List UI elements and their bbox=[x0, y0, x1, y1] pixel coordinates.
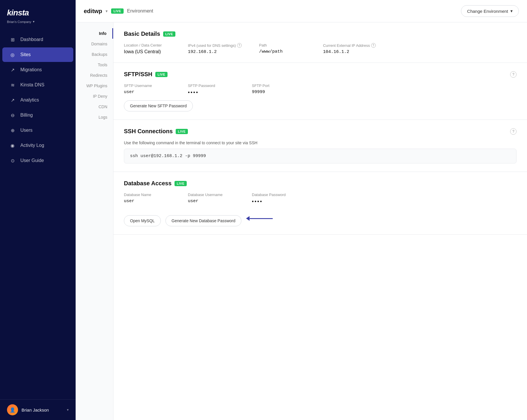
db-username-field: Database Username user bbox=[188, 193, 234, 205]
basic-details-heading: Basic Details bbox=[124, 31, 160, 37]
db-password-value: •••• bbox=[252, 199, 298, 205]
path-field: Path /www/path bbox=[259, 43, 306, 54]
sftp-password-value: •••• bbox=[188, 90, 234, 96]
sidebar-item-billing[interactable]: ⊖ Billing bbox=[2, 108, 73, 122]
migrations-icon: ↗ bbox=[9, 67, 16, 73]
subnav-item-logs[interactable]: Logs bbox=[76, 112, 113, 122]
db-username-label: Database Username bbox=[188, 193, 234, 197]
sftp-password-label: SFTP Password bbox=[188, 83, 234, 88]
sidebar-item-kinsta-dns[interactable]: ≋ Kinsta DNS bbox=[2, 78, 73, 92]
arrow-head-icon bbox=[246, 216, 250, 221]
sidebar-item-sites[interactable]: ◎ Sites bbox=[2, 47, 73, 62]
ssh-connections-title: SSH Connections LIVE ? bbox=[124, 128, 517, 135]
location-value: Iowa (US Central) bbox=[124, 49, 170, 54]
path-value: /www/path bbox=[259, 49, 306, 54]
subnav-item-redirects[interactable]: Redirects bbox=[76, 70, 113, 81]
generate-sftp-password-button[interactable]: Generate New SFTP Password bbox=[124, 100, 193, 111]
sidebar-item-label: Kinsta DNS bbox=[20, 82, 44, 88]
sidebar-item-analytics[interactable]: ↗ Analytics bbox=[2, 93, 73, 107]
ssh-command-box: ssh user@192.168.1.2 -p 99999 bbox=[124, 149, 517, 163]
change-env-label: Change Environment bbox=[467, 9, 508, 14]
db-name-value: user bbox=[124, 199, 170, 204]
ipv4-label: IPv4 (used for DNS settings) ? bbox=[188, 43, 242, 48]
sftp-ssh-heading: SFTP/SSH bbox=[124, 71, 152, 78]
topbar: editwp ▾ LIVE Environment Change Environ… bbox=[76, 0, 527, 22]
user-guide-icon: ⊙ bbox=[9, 157, 16, 164]
sidebar-item-user-guide[interactable]: ⊙ User Guide bbox=[2, 153, 73, 168]
ssh-connections-badge: LIVE bbox=[176, 129, 188, 134]
dashboard-icon: ⊞ bbox=[9, 36, 16, 43]
billing-icon: ⊖ bbox=[9, 112, 16, 118]
sidebar-item-label: Analytics bbox=[20, 97, 39, 103]
users-icon: ⊕ bbox=[9, 127, 16, 134]
sftp-ssh-title: SFTP/SSH LIVE ? bbox=[124, 71, 517, 78]
database-access-heading: Database Access bbox=[124, 180, 172, 187]
avatar: 👤 bbox=[7, 404, 18, 415]
db-name-field: Database Name user bbox=[124, 193, 170, 205]
sidebar-item-activity-log[interactable]: ◉ Activity Log bbox=[2, 138, 73, 153]
company-name: Brian's Company bbox=[7, 20, 31, 24]
database-access-title: Database Access LIVE bbox=[124, 180, 517, 187]
company-selector[interactable]: Brian's Company ▾ bbox=[7, 19, 69, 25]
subnav-item-wp-plugins[interactable]: WP Plugins bbox=[76, 81, 113, 91]
external-ip-label: Current External IP Address ? bbox=[323, 43, 376, 48]
sftp-port-value: 99999 bbox=[252, 90, 298, 95]
basic-details-fields: Location / Data Center Iowa (US Central)… bbox=[124, 43, 517, 54]
sidebar-item-label: Dashboard bbox=[20, 37, 43, 42]
external-ip-help-icon[interactable]: ? bbox=[371, 43, 376, 48]
user-chevron-icon: ▾ bbox=[67, 408, 69, 412]
site-chevron-icon[interactable]: ▾ bbox=[106, 9, 108, 13]
subnav-item-info[interactable]: Info bbox=[76, 28, 113, 39]
ssh-connections-help-icon[interactable]: ? bbox=[510, 128, 517, 135]
arrow-indicator bbox=[246, 216, 273, 221]
db-username-value: user bbox=[188, 199, 234, 204]
ipv4-value: 192.168.1.2 bbox=[188, 49, 242, 54]
user-profile[interactable]: 👤 Brian Jackson ▾ bbox=[0, 399, 76, 420]
sftp-username-field: SFTP Username user bbox=[124, 83, 170, 96]
ipv4-help-icon[interactable]: ? bbox=[237, 43, 242, 48]
database-actions: Open MySQL Generate New Database Passwor… bbox=[124, 211, 517, 226]
basic-details-badge: LIVE bbox=[163, 31, 175, 37]
basic-details-section: Basic Details LIVE Location / Data Cente… bbox=[113, 22, 527, 63]
sidebar-item-label: Migrations bbox=[20, 67, 42, 72]
subnav: Info Domains Backups Tools Redirects WP … bbox=[76, 22, 113, 420]
sidebar-item-migrations[interactable]: ↗ Migrations bbox=[2, 63, 73, 77]
sidebar-item-label: Users bbox=[20, 128, 33, 133]
sidebar-item-label: Activity Log bbox=[20, 143, 44, 148]
sidebar-item-users[interactable]: ⊕ Users bbox=[2, 123, 73, 138]
generate-db-password-button[interactable]: Generate New Database Password bbox=[165, 215, 241, 226]
path-label: Path bbox=[259, 43, 306, 47]
sftp-ssh-badge: LIVE bbox=[155, 72, 168, 77]
subnav-item-cdn[interactable]: CDN bbox=[76, 102, 113, 112]
activity-log-icon: ◉ bbox=[9, 142, 16, 149]
logo: kinsta bbox=[7, 8, 69, 17]
subnav-item-domains[interactable]: Domains bbox=[76, 39, 113, 49]
ssh-description: Use the following command in the termina… bbox=[124, 140, 517, 145]
db-password-label: Database Password bbox=[252, 193, 298, 197]
sidebar-item-label: Sites bbox=[20, 52, 31, 57]
subnav-item-ip-deny[interactable]: IP Deny bbox=[76, 91, 113, 102]
arrow-line bbox=[250, 218, 273, 219]
change-environment-button[interactable]: Change Environment ▾ bbox=[461, 5, 519, 17]
subnav-item-tools[interactable]: Tools bbox=[76, 60, 113, 70]
database-fields: Database Name user Database Username use… bbox=[124, 193, 517, 205]
analytics-icon: ↗ bbox=[9, 97, 16, 103]
external-ip-field: Current External IP Address ? 104.16.1.2 bbox=[323, 43, 376, 54]
basic-details-title: Basic Details LIVE bbox=[124, 31, 517, 37]
environment-badge: LIVE bbox=[111, 8, 123, 14]
sftp-password-field: SFTP Password •••• bbox=[188, 83, 234, 96]
location-label: Location / Data Center bbox=[124, 43, 170, 47]
page-content: Basic Details LIVE Location / Data Cente… bbox=[113, 22, 527, 420]
kinsta-dns-icon: ≋ bbox=[9, 82, 16, 88]
location-field: Location / Data Center Iowa (US Central) bbox=[124, 43, 170, 54]
user-name: Brian Jackson bbox=[22, 407, 63, 412]
open-mysql-button[interactable]: Open MySQL bbox=[124, 215, 161, 226]
ssh-command: ssh user@192.168.1.2 -p 99999 bbox=[130, 154, 206, 159]
sidebar-nav: ⊞ Dashboard ◎ Sites ↗ Migrations ≋ Kinst… bbox=[0, 29, 76, 399]
ipv4-field: IPv4 (used for DNS settings) ? 192.168.1… bbox=[188, 43, 242, 54]
sidebar-item-dashboard[interactable]: ⊞ Dashboard bbox=[2, 32, 73, 47]
sftp-ssh-help-icon[interactable]: ? bbox=[510, 71, 517, 78]
subnav-item-backups[interactable]: Backups bbox=[76, 49, 113, 60]
sftp-username-value: user bbox=[124, 90, 170, 95]
db-name-label: Database Name bbox=[124, 193, 170, 197]
